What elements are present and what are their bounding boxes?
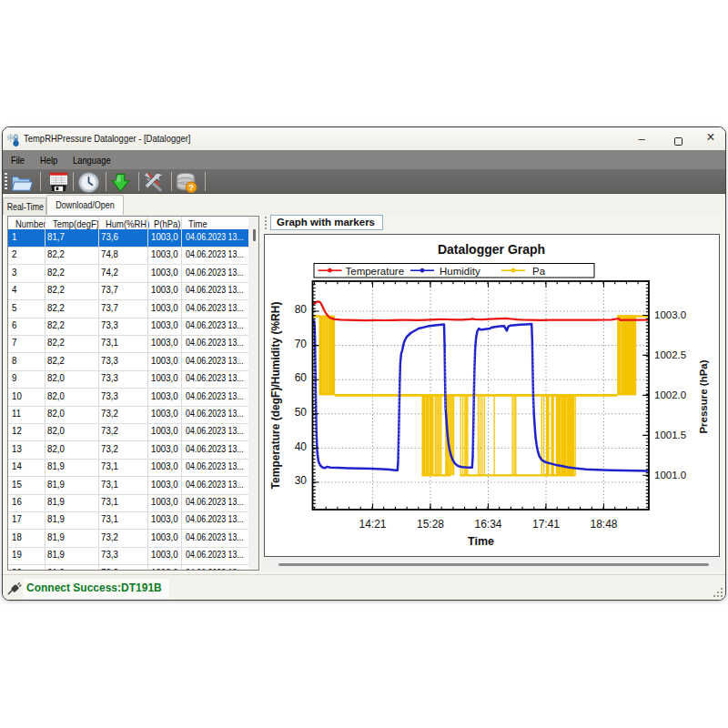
svg-text:Pressure (hPa): Pressure (hPa) [698,359,709,433]
svg-text:1002.5: 1002.5 [654,349,686,360]
svg-text:80: 80 [295,303,308,316]
svg-text:18:48: 18:48 [590,518,617,531]
svg-text:Datalogger Graph: Datalogger Graph [438,242,545,257]
svg-text:1003.0: 1003.0 [654,309,686,320]
svg-text:Temperature (degF)/Humidity (%: Temperature (degF)/Humidity (%RH) [269,302,282,490]
svg-text:16:34: 16:34 [474,518,501,531]
svg-text:1002.0: 1002.0 [654,389,686,400]
svg-text:?: ? [188,183,194,192]
svg-text:1001.0: 1001.0 [654,470,686,480]
svg-text:70: 70 [295,338,308,350]
svg-text:40: 40 [295,440,308,453]
svg-text:50: 50 [295,406,308,419]
svg-text:17:41: 17:41 [532,518,560,531]
svg-text:Humidity: Humidity [440,266,480,277]
svg-text:15:28: 15:28 [417,518,444,531]
svg-text:Temperature: Temperature [346,266,405,277]
svg-text:1001.5: 1001.5 [654,430,686,440]
svg-text:30: 30 [295,474,308,487]
svg-text:Time: Time [468,535,494,548]
svg-text:60: 60 [295,371,308,384]
svg-text:14:21: 14:21 [359,518,386,531]
svg-text:Pa: Pa [532,266,546,277]
